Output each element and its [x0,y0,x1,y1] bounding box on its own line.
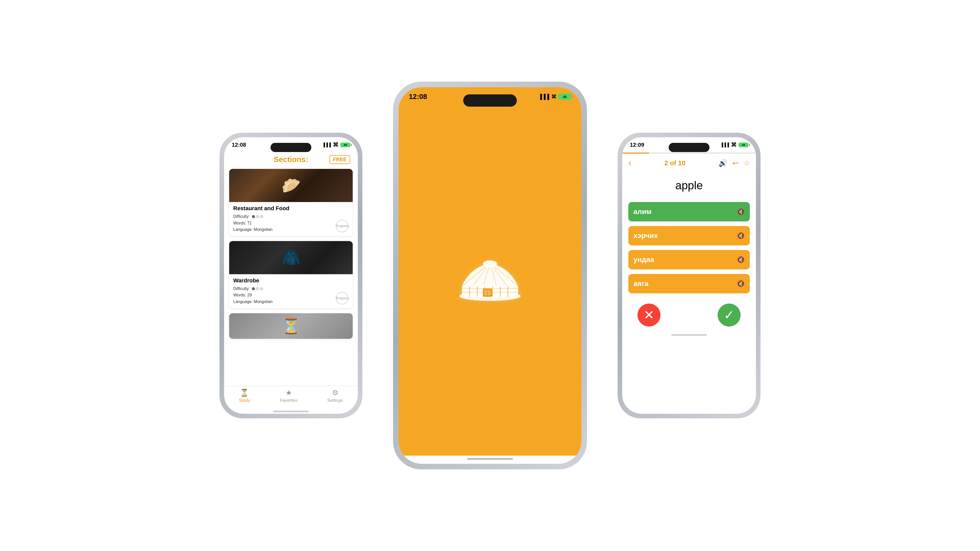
tab-study[interactable]: ⏳ Study [239,389,250,403]
section-card-hourglass[interactable] [229,313,353,339]
answer-text-1: хэрчих [633,232,658,240]
answer-options: алим 🔇 хэрчих 🔇 ундаа 🔇 аяга 🔇 [622,202,756,293]
tab-settings-label: Settings [327,398,343,403]
section-meta-food: Difficulty: Words: 71 Language: Mongolia… [233,213,348,233]
section-image-hourglass [229,313,353,339]
progress-circle-wardrobe: Progress [336,292,348,305]
dot-empty-w2 [260,287,263,290]
section-image-food [229,169,353,202]
answer-sound-3[interactable]: 🔇 [737,280,745,287]
battery-1: 44 [340,143,350,147]
answer-btn-2[interactable]: ундаа 🔇 [628,250,750,269]
signal-icon-1: ▐▐▐ [322,143,331,147]
quiz-header: ‹ 2 of 10 🔊 ↩ ☆ [622,156,756,171]
sound-icon[interactable]: 🔊 [718,159,727,167]
section-card-food[interactable]: Restaurant and Food Difficulty: Word [229,169,353,236]
difficulty-dots-food [252,215,263,218]
dot-empty-w1 [256,287,259,290]
correct-icon: ✓ [724,308,735,322]
answer-text-0: алим [633,208,652,216]
answer-sound-2[interactable]: 🔇 [737,256,745,263]
home-indicator-1 [273,411,309,412]
dot-filled-w [252,287,255,290]
phone-3: 12:09 ▐▐▐ ⌘ 44 ‹ 2 of 10 🔊 ↩ [617,133,760,418]
back-button[interactable]: ‹ [628,158,632,168]
splash-screen [399,106,581,456]
phone-2-screen: 12:08 ▐▐▐ ⌘ 43 [399,87,581,464]
battery-3: 44 [738,143,748,147]
section-card-wardrobe[interactable]: Wardrobe Difficulty: Words: 29 [229,241,353,308]
phone-1: 12:08 ▐▐▐ ⌘ 44 Sections: FREE [220,133,363,418]
favorites-icon: ★ [286,389,292,397]
sections-title: Sections: [274,155,308,164]
phone-2: 12:08 ▐▐▐ ⌘ 43 [393,82,587,469]
difficulty-dots-wardrobe [252,287,263,290]
tab-favorites[interactable]: ★ Favorites [280,389,298,403]
answer-text-3: аяга [633,279,649,288]
section-meta-wardrobe: Difficulty: Words: 29 Language: Mongolia… [233,286,348,305]
dynamic-island-1 [270,143,311,152]
wifi-icon-2: ⌘ [551,94,556,100]
progress-circle-food: Progress [336,220,348,232]
time-1: 12:08 [232,141,246,148]
quiz-footer: ✕ ✓ [622,293,756,332]
battery-2: 43 [558,94,571,100]
signal-icon-2: ▐▐▐ [538,94,549,100]
study-icon: ⏳ [240,389,249,397]
quiz-header-icons: 🔊 ↩ ☆ [718,159,750,167]
answer-btn-0[interactable]: алим 🔇 [628,202,750,221]
wrong-icon: ✕ [644,308,654,322]
dot-filled [252,215,255,218]
home-indicator-3 [671,334,707,336]
answer-btn-1[interactable]: хэрчих 🔇 [628,226,750,245]
dynamic-island-2 [463,94,517,106]
settings-icon: ⚙ [332,389,339,397]
status-icons-3: ▐▐▐ ⌘ 44 [720,141,748,148]
progress-bar-container [622,152,756,154]
yurt-logo [454,256,526,306]
dot-empty-2 [260,215,263,218]
dot-empty-1 [256,215,259,218]
section-info-wardrobe: Wardrobe Difficulty: Words: 29 [229,274,353,308]
section-name-food: Restaurant and Food [233,205,348,212]
section-image-wardrobe [229,241,353,274]
tab-study-label: Study [239,398,250,403]
correct-button[interactable]: ✓ [718,303,741,327]
status-icons-1: ▐▐▐ ⌘ 44 [322,141,350,148]
home-indicator-2 [467,458,513,460]
tab-bar: ⏳ Study ★ Favorites ⚙ Settings [224,386,358,408]
wifi-icon-1: ⌘ [333,141,339,148]
wrong-button[interactable]: ✕ [638,303,660,327]
section-info-food: Restaurant and Food Difficulty: Word [229,202,353,236]
sections-list: Restaurant and Food Difficulty: Word [224,169,358,386]
time-2: 12:08 [409,93,427,101]
section-name-wardrobe: Wardrobe [233,277,348,284]
replay-icon[interactable]: ↩ [732,159,738,167]
tab-favorites-label: Favorites [280,398,298,403]
phone-1-screen: 12:08 ▐▐▐ ⌘ 44 Sections: FREE [224,137,358,414]
signal-icon-3: ▐▐▐ [720,143,729,147]
sections-header: Sections: FREE [224,152,358,169]
status-icons-2: ▐▐▐ ⌘ 43 [538,94,571,100]
progress-bar-fill [622,152,649,154]
star-icon[interactable]: ☆ [743,159,750,167]
answer-text-2: ундаа [633,256,654,264]
svg-point-16 [483,260,497,268]
quiz-progress: 2 of 10 [635,159,714,167]
wifi-icon-3: ⌘ [731,141,737,148]
dynamic-island-3 [669,143,710,152]
tab-settings[interactable]: ⚙ Settings [327,389,343,403]
answer-sound-0[interactable]: 🔇 [737,208,745,215]
phone-3-screen: 12:09 ▐▐▐ ⌘ 44 ‹ 2 of 10 🔊 ↩ [622,137,756,414]
quiz-question: apple [622,171,756,202]
time-3: 12:09 [630,141,644,148]
free-badge[interactable]: FREE [329,155,350,164]
answer-sound-1[interactable]: 🔇 [737,232,745,239]
answer-btn-3[interactable]: аяга 🔇 [628,274,750,293]
